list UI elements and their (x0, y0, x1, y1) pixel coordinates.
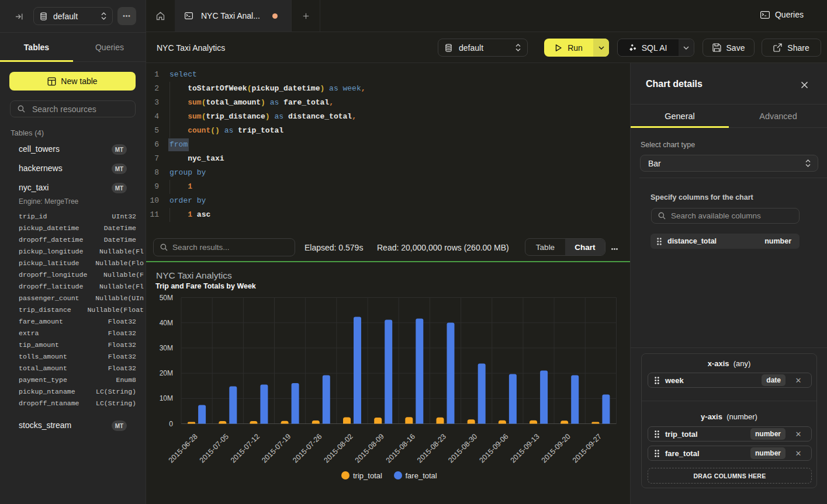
svg-text:2015-08-16: 2015-08-16 (385, 432, 417, 464)
svg-text:0: 0 (169, 420, 173, 428)
svg-text:2015-09-13: 2015-09-13 (509, 432, 541, 464)
svg-text:trip_total: trip_total (353, 471, 382, 480)
svg-text:2015-08-23: 2015-08-23 (416, 432, 448, 464)
svg-text:10M: 10M (160, 394, 173, 402)
svg-text:2015-09-06: 2015-09-06 (477, 432, 510, 464)
svg-text:2015-08-09: 2015-08-09 (354, 432, 386, 464)
svg-text:2015-07-12: 2015-07-12 (229, 432, 261, 464)
svg-text:40M: 40M (160, 319, 173, 327)
svg-text:2015-07-26: 2015-07-26 (291, 432, 323, 464)
svg-text:30M: 30M (160, 344, 173, 352)
svg-text:2015-08-02: 2015-08-02 (323, 432, 355, 464)
svg-text:fare_total: fare_total (406, 471, 437, 480)
svg-text:2015-06-28: 2015-06-28 (167, 432, 199, 464)
svg-text:2015-07-19: 2015-07-19 (260, 432, 292, 464)
svg-text:2015-07-05: 2015-07-05 (198, 432, 230, 464)
svg-text:2015-08-30: 2015-08-30 (447, 432, 479, 464)
svg-text:2015-09-20: 2015-09-20 (540, 432, 572, 464)
svg-text:2015-09-27: 2015-09-27 (571, 432, 603, 464)
svg-text:50M: 50M (160, 294, 173, 302)
svg-text:20M: 20M (160, 369, 173, 377)
